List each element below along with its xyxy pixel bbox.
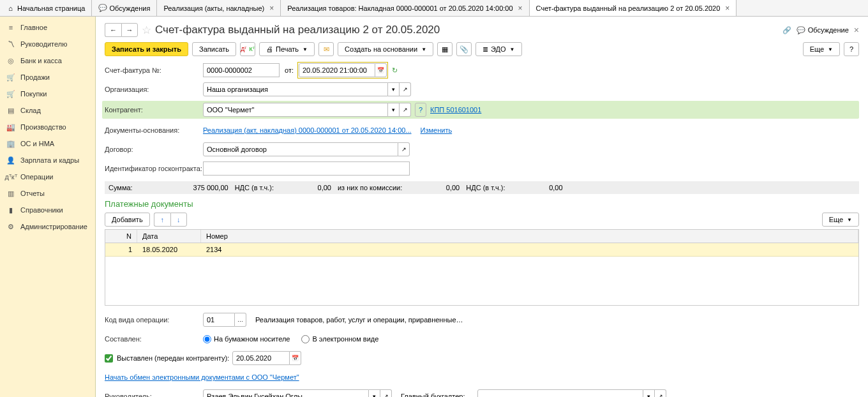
save-button[interactable]: Записать: [192, 42, 236, 56]
sidebar-item-sales[interactable]: 🛒Продажи: [0, 69, 95, 86]
goscontract-label: Идентификатор госконтракта:: [105, 165, 203, 172]
attach-button[interactable]: 📎: [456, 42, 472, 56]
cell-date: 18.05.2020: [137, 243, 201, 256]
more-button[interactable]: Еще▼: [803, 42, 840, 56]
factory-icon: 🏭: [6, 123, 15, 131]
sidebar-item-admin[interactable]: ⚙Администрирование: [0, 218, 95, 235]
chat-icon: 💬: [98, 4, 107, 12]
open-icon[interactable]: ↗: [398, 142, 410, 156]
chart-icon: 〽: [6, 40, 15, 49]
goscontract-field[interactable]: [203, 161, 410, 176]
col-num[interactable]: Номер: [201, 230, 858, 243]
dtkt-button[interactable]: ДᵀКᵀ: [240, 42, 255, 56]
kind-label: Код вида операции:: [105, 316, 203, 324]
sidebar-item-production[interactable]: 🏭Производство: [0, 119, 95, 135]
back-button[interactable]: ←: [105, 23, 121, 37]
close-button[interactable]: ×: [854, 25, 859, 35]
chat-icon: 💬: [797, 26, 805, 34]
vat-value: 0,00: [280, 184, 331, 191]
mail-button[interactable]: ✉: [318, 42, 334, 56]
docbase-link[interactable]: Реализация (акт, накладная) 0000-000001 …: [203, 126, 412, 134]
issued-date-field[interactable]: [232, 351, 290, 365]
select-icon[interactable]: …: [235, 313, 246, 327]
structure-button[interactable]: ▦: [437, 42, 453, 56]
sidebar-item-bank[interactable]: ◎Банк и касса: [0, 52, 95, 69]
add-button[interactable]: Добавить: [105, 213, 150, 227]
kpp-link[interactable]: КПП 501601001: [430, 106, 481, 114]
radio-paper[interactable]: На бумажном носителе: [203, 335, 290, 343]
sidebar-item-manager[interactable]: 〽Руководителю: [0, 36, 95, 52]
edo-start-link[interactable]: Начать обмен электронными документами с …: [105, 373, 299, 381]
sum-row: Сумма: 375 000,00 НДС (в т.ч.): 0,00 из …: [105, 181, 859, 194]
more-button-2[interactable]: Еще▼: [822, 213, 859, 227]
open-icon[interactable]: ↗: [655, 389, 666, 397]
close-icon[interactable]: ×: [269, 4, 274, 13]
link-icon[interactable]: 🔗: [782, 26, 791, 34]
contract-field[interactable]: [203, 142, 398, 156]
open-icon[interactable]: ↗: [400, 103, 411, 117]
tab-realization[interactable]: Реализация (акты, накладные) ×: [157, 0, 281, 16]
help-icon[interactable]: ?: [415, 103, 426, 117]
bars-icon: ▥: [6, 189, 15, 198]
operations-icon: дᵀкᵀ: [6, 172, 15, 181]
dropdown-icon[interactable]: ▾: [369, 389, 380, 397]
sidebar-item-salary[interactable]: 👤Зарплата и кадры: [0, 152, 95, 169]
person-icon: 👤: [6, 156, 15, 165]
contr-field[interactable]: [203, 103, 388, 117]
sidebar-item-catalogs[interactable]: ▮Справочники: [0, 202, 95, 218]
calendar-icon[interactable]: 📅: [375, 63, 387, 77]
head-field[interactable]: [203, 389, 369, 397]
tab-invoice[interactable]: Реализация товаров: Накладная 0000-00000…: [281, 0, 529, 16]
dropdown-icon[interactable]: ▾: [643, 389, 655, 397]
sidebar-item-operations[interactable]: дᵀкᵀОперации: [0, 169, 95, 185]
cart-icon: 🛒: [6, 89, 15, 98]
contr-label: Контрагент:: [105, 106, 203, 114]
move-up-button[interactable]: ↑: [154, 213, 170, 227]
tab-home[interactable]: ⌂ Начальная страница: [0, 0, 92, 16]
pay-docs-table: N Дата Номер 1 18.05.2020 2134: [105, 229, 859, 306]
change-link[interactable]: Изменить: [421, 126, 453, 134]
date-field[interactable]: [299, 63, 375, 77]
org-label: Организация:: [105, 86, 203, 93]
org-field[interactable]: [203, 82, 388, 96]
comm-label: из них по комиссии:: [338, 184, 402, 191]
sidebar-item-purchases[interactable]: 🛒Покупки: [0, 86, 95, 102]
issued-checkbox[interactable]: Выставлен (передан контрагенту):: [105, 354, 232, 363]
num-field[interactable]: [203, 63, 280, 77]
edo-button[interactable]: ≣ЭДО▼: [475, 42, 521, 56]
save-close-button[interactable]: Записать и закрыть: [105, 42, 188, 56]
tab-schet-faktura[interactable]: Счет-фактура выданный на реализацию 2 от…: [530, 0, 737, 16]
accountant-field[interactable]: [477, 389, 643, 397]
table-row[interactable]: 1 18.05.2020 2134: [105, 243, 858, 257]
print-button[interactable]: 🖨Печать▼: [259, 42, 315, 56]
star-icon[interactable]: ☆: [142, 24, 151, 37]
dropdown-icon[interactable]: ▾: [388, 82, 400, 96]
vat2-value: 0,00: [512, 184, 563, 191]
forward-button[interactable]: →: [121, 23, 138, 37]
kind-field[interactable]: [203, 313, 235, 327]
tab-discussions[interactable]: 💬 Обсуждения: [92, 0, 157, 16]
close-icon[interactable]: ×: [725, 4, 730, 13]
sidebar-item-main[interactable]: ≡Главное: [0, 19, 95, 36]
col-n[interactable]: N: [105, 230, 137, 243]
tab-bar: ⌂ Начальная страница 💬 Обсуждения Реализ…: [0, 0, 868, 17]
sidebar-item-warehouse[interactable]: ▤Склад: [0, 102, 95, 119]
accountant-label: Главный бухгалтер:: [401, 393, 477, 397]
help-button[interactable]: ?: [844, 42, 859, 56]
move-down-button[interactable]: ↓: [170, 213, 187, 227]
refresh-icon[interactable]: ↻: [392, 66, 398, 75]
cell-num: 2134: [201, 243, 858, 256]
col-date[interactable]: Дата: [137, 230, 201, 243]
paperclip-icon: 📎: [460, 45, 468, 54]
sidebar-item-reports[interactable]: ▥Отчеты: [0, 185, 95, 202]
sidebar-item-osnma[interactable]: 🏢ОС и НМА: [0, 135, 95, 152]
close-icon[interactable]: ×: [518, 4, 523, 13]
open-icon[interactable]: ↗: [380, 389, 392, 397]
open-icon[interactable]: ↗: [400, 82, 411, 96]
radio-electronic[interactable]: В электронном виде: [301, 335, 378, 343]
discuss-button[interactable]: 💬 Обсуждение: [797, 26, 849, 34]
calendar-icon[interactable]: 📅: [290, 351, 301, 365]
building-icon: 🏢: [6, 139, 15, 148]
create-based-button[interactable]: Создать на основании▼: [338, 42, 433, 56]
dropdown-icon[interactable]: ▾: [388, 103, 400, 117]
